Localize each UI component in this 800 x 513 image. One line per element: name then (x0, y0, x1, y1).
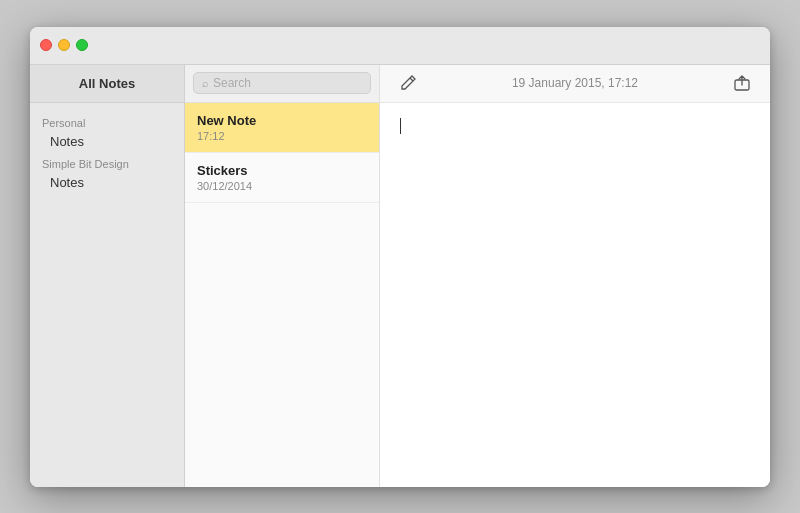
note-item-date: 17:12 (197, 130, 367, 142)
search-icon: ⌕ (202, 77, 209, 89)
sidebar-section-personal: Personal (30, 111, 184, 131)
sidebar-section-simplebitdesign: Simple Bit Design (30, 152, 184, 172)
maximize-button[interactable] (76, 39, 88, 51)
app-window: All Notes Personal Notes Simple Bit Desi… (30, 27, 770, 487)
editor-cursor (400, 118, 401, 134)
traffic-lights (40, 39, 88, 51)
main-content: All Notes Personal Notes Simple Bit Desi… (30, 65, 770, 487)
editor-content[interactable] (380, 103, 770, 487)
sidebar-item-simplebitdesign-notes[interactable]: Notes (30, 172, 184, 193)
note-item-title: Stickers (197, 163, 367, 178)
close-button[interactable] (40, 39, 52, 51)
note-item-stickers[interactable]: Stickers 30/12/2014 (185, 153, 379, 203)
notes-items: New Note 17:12 Stickers 30/12/2014 (185, 103, 379, 487)
titlebar (30, 27, 770, 65)
new-note-icon[interactable] (394, 69, 422, 97)
notes-list: ⌕ Search New Note 17:12 Stickers 30/12/2… (185, 65, 380, 487)
note-item-date: 30/12/2014 (197, 180, 367, 192)
editor-timestamp: 19 January 2015, 17:12 (512, 76, 638, 90)
note-item-title: New Note (197, 113, 367, 128)
search-box[interactable]: ⌕ Search (193, 72, 371, 94)
notes-list-toolbar: ⌕ Search (185, 65, 379, 103)
editor-toolbar-left (394, 69, 422, 97)
search-placeholder: Search (213, 76, 251, 90)
sidebar-nav: Personal Notes Simple Bit Design Notes (30, 103, 184, 201)
sidebar-item-personal-notes[interactable]: Notes (30, 131, 184, 152)
share-icon[interactable] (728, 69, 756, 97)
note-item-new-note[interactable]: New Note 17:12 (185, 103, 379, 153)
editor-toolbar: 19 January 2015, 17:12 (380, 65, 770, 103)
sidebar-toolbar: All Notes (30, 65, 184, 103)
editor: 19 January 2015, 17:12 (380, 65, 770, 487)
sidebar-all-notes-label: All Notes (79, 76, 135, 91)
minimize-button[interactable] (58, 39, 70, 51)
editor-toolbar-right (728, 69, 756, 97)
sidebar: All Notes Personal Notes Simple Bit Desi… (30, 65, 185, 487)
